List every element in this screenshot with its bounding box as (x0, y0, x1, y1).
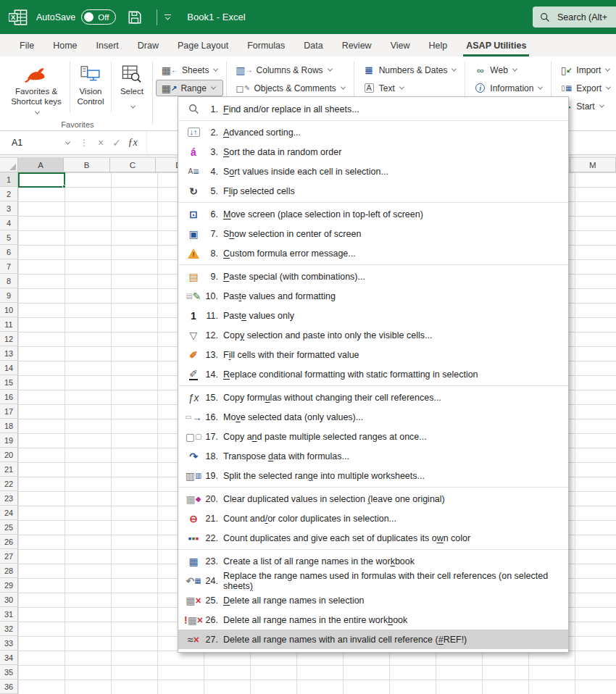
row-header-18[interactable]: 18 (0, 419, 18, 433)
row-header-8[interactable]: 8 (0, 274, 18, 288)
row-header-9[interactable]: 9 (0, 288, 18, 303)
menu-item-10[interactable]: ▤✎10.Paste values and formatting (178, 286, 568, 306)
row-header-12[interactable]: 12 (0, 332, 18, 346)
row-header-30[interactable]: 30 (0, 593, 18, 607)
row-header-23[interactable]: 23 (0, 491, 18, 506)
menu-item-26[interactable]: !▦×26.Delete all range names in the enti… (178, 610, 568, 630)
row-header-34[interactable]: 34 (0, 651, 18, 665)
menu-item-1[interactable]: 1.Find and/or replace in all sheets... (178, 99, 568, 119)
menu-item-24[interactable]: ↶▦24.Replace the range names used in for… (178, 571, 568, 590)
row-header-16[interactable]: 16 (0, 390, 18, 404)
menu-item-20[interactable]: ▦◆20.Clear duplicated values in selectio… (178, 489, 568, 509)
menu-item-21[interactable]: ⊖21.Count and/or color duplicates in sel… (178, 509, 568, 528)
row-header-36[interactable]: 36 (0, 680, 18, 694)
menu-item-17[interactable]: ▢▢17.Copy and paste multiple selected ra… (178, 427, 568, 446)
column-header-C[interactable]: C (110, 158, 156, 172)
select-all-button[interactable] (0, 158, 18, 172)
column-header-A[interactable]: A (18, 158, 64, 172)
vision-control-button[interactable]: VisionControl (73, 59, 108, 118)
row-header-6[interactable]: 6 (0, 245, 18, 259)
menu-item-7[interactable]: ▣7.Show selection in center of screen (178, 224, 568, 243)
select-button[interactable]: Select (115, 59, 149, 118)
row-header-32[interactable]: 32 (0, 622, 18, 636)
autosave-toggle[interactable]: Off (81, 9, 116, 25)
menu-item-8[interactable]: !8.Custom formula error message... (178, 243, 568, 263)
tab-file[interactable]: File (10, 34, 43, 57)
row-header-31[interactable]: 31 (0, 607, 18, 622)
menu-item-16[interactable]: ▭→16.Move selected data (only values)... (178, 407, 568, 427)
tab-home[interactable]: Home (43, 34, 86, 57)
columns-rows-button[interactable]: ▥→Columns & Rows (230, 62, 350, 78)
cancel-entry-icon[interactable]: × (93, 135, 109, 151)
save-icon[interactable] (128, 10, 142, 25)
row-header-33[interactable]: 33 (0, 636, 18, 651)
row-header-24[interactable]: 24 (0, 506, 18, 520)
text-button[interactable]: AText (357, 80, 462, 96)
menu-item-22[interactable]: ▪▪▪22.Count duplicates and give each set… (178, 528, 568, 548)
tab-asap-utilities[interactable]: ASAP Utilities (457, 34, 536, 57)
menu-item-6[interactable]: ⊡6.Move screen (place selection in top-l… (178, 204, 568, 224)
menu-item-14[interactable]: ✐14.Replace conditional formatting with … (178, 364, 568, 384)
menu-item-25[interactable]: ▦×25.Delete all range names in selection (178, 590, 568, 610)
menu-item-13[interactable]: ✐13.Fill cells with their formatted valu… (178, 345, 568, 364)
row-header-20[interactable]: 20 (0, 448, 18, 462)
objects-comments-button[interactable]: ◻✎Objects & Comments (230, 80, 350, 96)
row-header-21[interactable]: 21 (0, 462, 18, 477)
menu-item-5[interactable]: ↻5.Flip selected cells (178, 181, 568, 201)
column-header-M[interactable]: M (570, 158, 616, 172)
menu-item-3[interactable]: á3.Sort the data in random order (178, 142, 568, 162)
row-header-27[interactable]: 27 (0, 549, 18, 564)
insert-function-icon[interactable]: ƒx (125, 135, 141, 151)
export-button[interactable]: ▯▦Export (554, 80, 616, 96)
menu-item-2[interactable]: ↓↑2.Advanced sorting... (178, 122, 568, 142)
row-header-2[interactable]: 2 (0, 187, 18, 201)
favorites-shortcut-keys-button[interactable]: Favorites &Shortcut keys (6, 59, 67, 118)
row-header-5[interactable]: 5 (0, 230, 18, 245)
row-header-1[interactable]: 1 (0, 172, 18, 187)
column-header-B[interactable]: B (64, 158, 109, 172)
row-header-19[interactable]: 19 (0, 433, 18, 448)
row-header-35[interactable]: 35 (0, 665, 18, 680)
tab-formulas[interactable]: Formulas (238, 34, 294, 57)
menu-item-19[interactable]: ▥▥19.Split the selected range into multi… (178, 466, 568, 485)
row-header-4[interactable]: 4 (0, 216, 18, 230)
menu-item-11[interactable]: 111.Paste values only (178, 306, 568, 325)
name-box[interactable]: A1 (6, 135, 75, 151)
name-box-dropdown-icon[interactable] (65, 139, 70, 144)
row-header-7[interactable]: 7 (0, 259, 18, 274)
row-header-29[interactable]: 29 (0, 578, 18, 593)
menu-item-23[interactable]: ▦23.Create a list of all range names in … (178, 551, 568, 571)
search-box[interactable]: Search (Alt+ (533, 7, 616, 28)
numbers-dates-button[interactable]: ≣Numbers & Dates (357, 62, 462, 78)
row-header-10[interactable]: 10 (0, 303, 18, 317)
menu-item-15[interactable]: ƒx15.Copy formulas without changing thei… (178, 388, 568, 407)
tab-review[interactable]: Review (333, 34, 381, 57)
row-header-15[interactable]: 15 (0, 375, 18, 390)
tab-view[interactable]: View (381, 34, 420, 57)
quick-access-dropdown-icon[interactable] (165, 14, 171, 20)
tab-page-layout[interactable]: Page Layout (168, 34, 238, 57)
row-header-28[interactable]: 28 (0, 564, 18, 578)
information-button[interactable]: iInformation (468, 80, 548, 96)
row-header-26[interactable]: 26 (0, 535, 18, 549)
import-button[interactable]: ▯↙Import (554, 62, 616, 78)
row-header-22[interactable]: 22 (0, 477, 18, 491)
tab-insert[interactable]: Insert (87, 34, 128, 57)
confirm-entry-icon[interactable]: ✓ (109, 135, 125, 151)
row-header-3[interactable]: 3 (0, 201, 18, 216)
row-header-14[interactable]: 14 (0, 361, 18, 375)
tab-draw[interactable]: Draw (128, 34, 168, 57)
row-header-25[interactable]: 25 (0, 520, 18, 535)
selected-cell-A1[interactable] (18, 172, 65, 188)
namebox-resize-handle[interactable]: ⋮ (80, 138, 88, 148)
row-header-13[interactable]: 13 (0, 346, 18, 361)
menu-item-27[interactable]: ≈×27.Delete all range names with an inva… (178, 630, 568, 649)
tab-help[interactable]: Help (420, 34, 457, 57)
tab-data[interactable]: Data (294, 34, 332, 57)
web-button[interactable]: ∞Web (468, 62, 548, 78)
menu-item-18[interactable]: ↷18.Transpose data with formulas... (178, 446, 568, 466)
sheets-button[interactable]: ▦←Sheets (156, 62, 224, 78)
row-header-11[interactable]: 11 (0, 317, 18, 332)
menu-item-9[interactable]: ▤9.Paste special (with combinations)... (178, 267, 568, 286)
menu-item-12[interactable]: ▽12.Copy selection and paste into only t… (178, 325, 568, 345)
